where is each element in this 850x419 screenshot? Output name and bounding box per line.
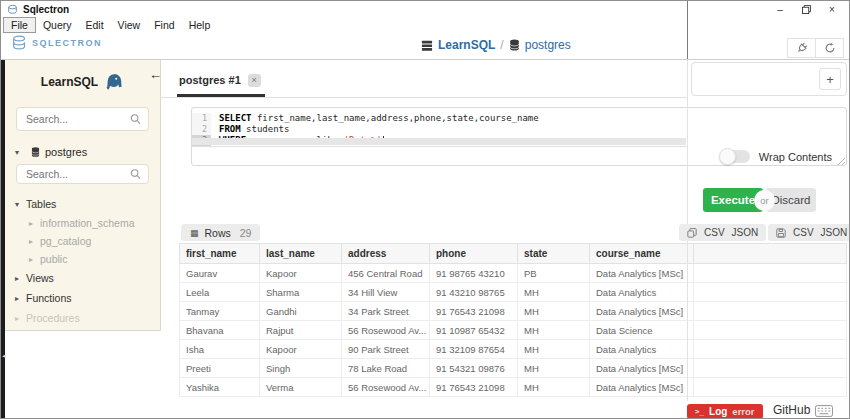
table-cell: MH [518,340,590,359]
tree-label: public [40,253,67,265]
table-cell: Data Analytics [MSc] [590,264,694,283]
menu-item-find[interactable]: Find [147,18,181,32]
menu-item-help[interactable]: Help [182,18,218,32]
resize-grip-icon[interactable] [837,157,846,166]
rows-count: 29 [240,227,252,239]
table-cell: Yashika [180,378,260,397]
table-cell-filler [694,359,847,378]
table-cell: MH [518,378,590,397]
column-header-course-name[interactable]: course_name [590,244,694,264]
table-cell: Verma [260,378,342,397]
table-cell: Data Analytics [MSc] [590,302,694,321]
table-cell: Sharma [260,283,342,302]
menu-bar: FileQueryEditViewFindHelp [3,17,217,32]
close-button[interactable]: × [819,1,845,17]
tree-label: pg_catalog [40,235,91,247]
column-header-phone[interactable]: phone [430,244,518,264]
table-cell: 56 Rosewood Av... [342,378,430,397]
tree-label: information_schema [40,217,135,229]
table-row[interactable]: YashikaVerma56 Rosewood Av...91 76543 21… [180,378,847,397]
query-actions: Execute or Discard [703,188,816,212]
menu-item-edit[interactable]: Edit [79,18,111,32]
copy-csv-button[interactable]: CSV [704,227,725,238]
table-row[interactable]: LeelaSharma34 Hill View91 43210 98765MHD… [180,283,847,302]
terminal-prompt-icon: >_ [695,407,704,416]
code-text: FROM students [211,124,289,135]
github-link[interactable]: GitHub [773,403,810,417]
menu-item-file[interactable]: File [3,17,36,33]
code-line[interactable]: 2FROM students [192,124,846,135]
table-row[interactable]: PreetiSingh78 Lake Road91 54321 09876MHD… [180,359,847,378]
column-header-first-name[interactable]: first_name [180,244,260,264]
window-controls: – × [767,1,845,17]
column-header-state[interactable]: state [518,244,590,264]
table-cell: MH [518,359,590,378]
tab-close-button[interactable]: × [248,74,261,87]
table-cell: Kapoor [260,340,342,359]
tab-label: postgres #1 [179,74,241,86]
collapse-sidebar-icon[interactable]: ← [149,67,162,82]
disconnect-button[interactable] [787,38,816,58]
menu-item-view[interactable]: View [111,18,148,32]
restore-button[interactable] [793,1,819,17]
table-cell-filler [694,264,847,283]
sidebar-database-row[interactable]: ▾ postgres [15,146,160,158]
or-separator: or [754,190,775,211]
sidebar-item-pg-catalog[interactable]: ▸pg_catalog [5,232,160,250]
save-csv-button[interactable]: CSV [793,227,814,238]
log-label: Log [709,406,727,417]
caret-down-icon[interactable]: ▾ [15,148,26,157]
keyboard-icon[interactable] [815,405,833,417]
breadcrumb-separator: / [500,38,503,52]
editor-horizontal-scrollbar[interactable] [192,138,686,145]
table-cell: 34 Park Street [342,302,430,321]
sidebar-item-views[interactable]: ▸Views [5,268,160,288]
results-table-head-row: first_namelast_nameaddressphonestatecour… [180,244,847,264]
table-row[interactable]: IshaKapoor90 Park Street91 32109 87654MH… [180,340,847,359]
table-cell-filler [694,340,847,359]
caret-right-icon: ▸ [29,255,40,264]
table-cell: 91 32109 87654 [430,340,518,359]
code-line[interactable]: 1SELECT first_name,last_name,address,pho… [192,113,846,124]
copy-json-button[interactable]: JSON [732,227,759,238]
server-search [16,107,149,131]
table-cell: 91 54321 09876 [430,359,518,378]
sidebar-server-header[interactable]: LearnSQL [5,73,160,91]
refresh-button[interactable] [815,38,844,58]
caret-right-icon: ▸ [15,314,26,323]
save-icon [776,228,786,238]
wrap-toggle[interactable] [720,150,750,163]
table-row[interactable]: BhavanaRajput56 Rosewood Av...91 10987 6… [180,321,847,340]
table-cell: 456 Central Road [342,264,430,283]
table-cell: MH [518,321,590,340]
column-header-address[interactable]: address [342,244,430,264]
table-cell: Leela [180,283,260,302]
search-icon [130,114,141,125]
line-number: 1 [192,113,211,124]
save-json-button[interactable]: JSON [821,227,848,238]
table-cell-filler [694,283,847,302]
table-cell: MH [518,302,590,321]
breadcrumb-server[interactable]: LearnSQL [438,38,495,52]
app-window: Sqlectron – × FileQueryEditViewFindHelp … [0,0,850,419]
new-tab-button[interactable]: + [819,68,841,90]
breadcrumb-database[interactable]: postgres [525,38,571,52]
sidebar-item-functions[interactable]: ▸Functions [5,288,160,308]
tab-postgres-1[interactable]: postgres #1 × [179,65,261,95]
table-row[interactable]: TanmayGandhi34 Park Street91 76543 21098… [180,302,847,321]
sidebar-item-information-schema[interactable]: ▸information_schema [5,214,160,232]
close-icon: × [252,75,257,85]
menu-item-query[interactable]: Query [36,18,79,32]
error-log-button[interactable]: >_ Log error [687,404,763,419]
table-cell-filler [694,321,847,340]
sidebar-item-procedures[interactable]: ▸Procedures [5,308,160,328]
column-header-last-name[interactable]: last_name [260,244,342,264]
sidebar-item-tables[interactable]: ▾Tables [5,194,160,214]
minimize-button[interactable]: – [767,1,793,17]
plug-icon [793,40,810,57]
sidebar-item-public[interactable]: ▸public [5,250,160,268]
tree-label: Procedures [26,312,80,324]
table-cell: 56 Rosewood Av... [342,321,430,340]
table-cell: 91 10987 65432 [430,321,518,340]
table-row[interactable]: GauravKapoor456 Central Road91 98765 432… [180,264,847,283]
